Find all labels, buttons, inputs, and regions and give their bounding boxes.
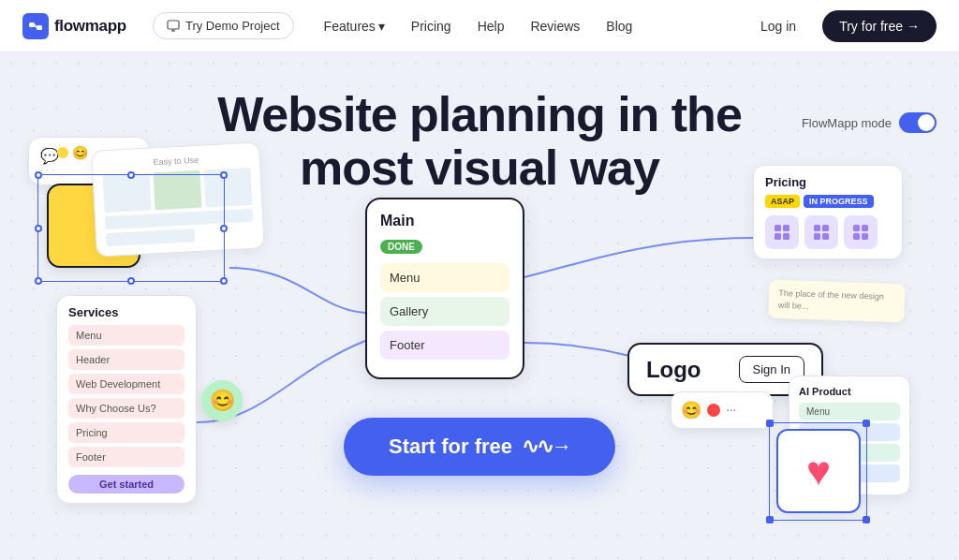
note-text: The place of the new design will be... [778, 287, 896, 316]
pricing-icons [765, 215, 891, 249]
pricing-icon-2 [804, 215, 838, 249]
svg-rect-7 [783, 225, 789, 231]
dot-gray: 💬 [40, 147, 52, 158]
pricing-card: Pricing ASAP IN PROGRESS [753, 165, 903, 259]
nav-links: Features ▾ Pricing Help Reviews Blog [313, 13, 644, 39]
svg-rect-15 [862, 225, 868, 231]
main-item-gallery: Gallery [380, 297, 509, 326]
hero-section: FlowMapp mode Website planning in the mo… [0, 52, 959, 560]
pricing-icon-3 [844, 215, 878, 249]
nav-blog[interactable]: Blog [595, 13, 643, 39]
header: flowmapp Try Demo Project Features ▾ Pri… [0, 0, 959, 52]
pricing-card-title: Pricing [765, 175, 891, 189]
services-item: Pricing [68, 422, 184, 443]
logo-text: flowmapp [54, 17, 126, 36]
heart-card: ♥ [776, 429, 861, 513]
emoji-row: 😊 ··· [681, 400, 763, 420]
demo-label: Try Demo Project [185, 19, 280, 33]
pricing-badges: ASAP IN PROGRESS [765, 195, 891, 208]
nav-features[interactable]: Features ▾ [313, 13, 396, 39]
main-card-title: Main [380, 213, 509, 229]
svg-rect-6 [775, 225, 781, 231]
svg-rect-11 [822, 225, 829, 231]
services-item: Why Choose Us? [68, 398, 184, 419]
nav-right: Log in Try for free → [745, 10, 937, 42]
svg-rect-0 [29, 22, 35, 27]
monitor-icon [167, 20, 180, 33]
wireframe-label: Easy to Use [102, 153, 250, 169]
cta-button[interactable]: Start for free ∿∿→ [344, 418, 615, 476]
three-dots: ··· [726, 402, 735, 419]
main-card: Main DONE Menu Gallery Footer [365, 198, 524, 379]
svg-rect-9 [783, 233, 789, 240]
cta-wave-icon: ∿∿→ [522, 435, 570, 459]
mode-bar: FlowMapp mode [802, 112, 937, 133]
login-button[interactable]: Log in [745, 11, 811, 41]
pricing-icon-1 [765, 215, 799, 249]
nav: Try Demo Project Features ▾ Pricing Help… [153, 12, 745, 39]
get-started-badge[interactable]: Get started [68, 475, 184, 494]
mode-label: FlowMapp mode [802, 116, 892, 130]
logo[interactable]: flowmapp [22, 13, 126, 39]
svg-rect-1 [37, 25, 42, 30]
logo-card-text: Logo [646, 357, 701, 383]
services-title: Services [68, 305, 184, 319]
logo-icon [22, 13, 49, 39]
cta-label: Start for free [389, 435, 512, 459]
wireframe-card: Easy to Use [91, 141, 265, 257]
main-item-menu: Menu [380, 263, 509, 292]
demo-button[interactable]: Try Demo Project [153, 12, 294, 39]
hero-heading: Website planning in the most visual way [199, 88, 760, 195]
svg-line-2 [35, 24, 37, 27]
svg-rect-16 [853, 233, 860, 240]
services-item: Web Development [68, 374, 184, 394]
try-button[interactable]: Try for free → [822, 10, 937, 42]
emoji-face: 😊 [681, 400, 701, 420]
badge-asap: ASAP [765, 195, 800, 208]
grid-icon [773, 223, 791, 242]
svg-rect-17 [862, 233, 868, 240]
dot-yellow [57, 147, 68, 158]
mode-toggle[interactable] [899, 112, 937, 133]
main-item-footer: Footer [380, 331, 509, 360]
note-card: The place of the new design will be... [768, 279, 905, 322]
hero-title: Website planning in the most visual way [199, 88, 760, 195]
services-item: Header [68, 349, 184, 370]
heart-icon: ♥ [806, 448, 831, 494]
smiley-badge: 😊 [201, 380, 243, 421]
dot-smile: 😊 [74, 147, 85, 158]
svg-rect-14 [853, 225, 860, 231]
svg-rect-12 [814, 233, 820, 240]
svg-rect-3 [168, 21, 179, 29]
nav-reviews[interactable]: Reviews [519, 13, 591, 39]
svg-rect-13 [822, 233, 829, 240]
nav-pricing[interactable]: Pricing [400, 13, 463, 39]
wireframe-content [103, 168, 255, 246]
svg-rect-10 [814, 225, 820, 231]
nav-help[interactable]: Help [466, 13, 516, 39]
ai-card-title: AI Product [799, 386, 900, 397]
services-card: Services Menu Header Web Development Why… [56, 295, 197, 504]
badge-inprogress: IN PROGRESS [804, 195, 874, 208]
done-badge: DONE [380, 240, 422, 254]
ai-item-menu: Menu [799, 403, 900, 420]
red-dot [707, 404, 720, 417]
svg-rect-8 [775, 233, 781, 240]
services-item: Footer [68, 447, 184, 467]
emoji-card: 😊 ··· [671, 391, 774, 429]
services-item: Menu [68, 325, 184, 346]
